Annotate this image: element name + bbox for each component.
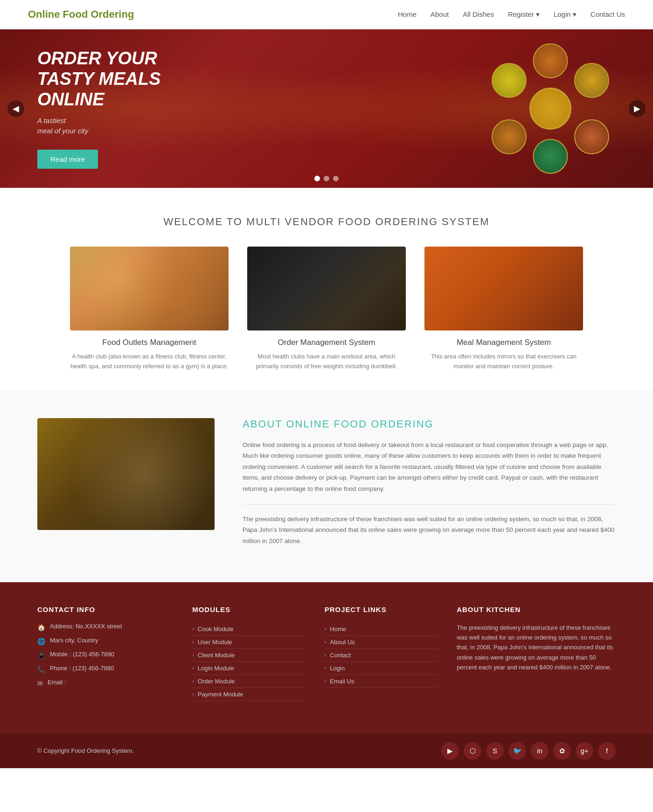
hero-dot-3[interactable] xyxy=(333,176,339,181)
hero-next-button[interactable]: ▶ xyxy=(629,100,646,117)
feature-desc-2: Most health clubs have a main workout ar… xyxy=(247,352,406,372)
module-client[interactable]: ›Client Module xyxy=(192,649,306,662)
social-facebook[interactable]: f xyxy=(598,742,616,760)
about-section: ABOUT ONLINE FOOD ORDERING Online food o… xyxy=(0,390,653,582)
about-text-block: ABOUT ONLINE FOOD ORDERING Online food o… xyxy=(243,418,616,554)
footer-grid: CONTACT INFO 🏠 Address: No.XXXXX street … xyxy=(37,606,616,701)
project-link-contact[interactable]: ›Contact xyxy=(325,649,438,662)
features-grid: Food Outlets Management A health club (a… xyxy=(70,247,583,372)
feature-image-2 xyxy=(247,247,406,330)
project-link-email[interactable]: ›Email Us xyxy=(325,675,438,688)
phone-icon: 📞 xyxy=(37,666,45,673)
hero-dots xyxy=(314,176,339,181)
nav-login[interactable]: Login ▾ xyxy=(554,10,577,18)
feature-card-3: Meal Management System This area often i… xyxy=(424,247,583,372)
food-dish-2 xyxy=(574,63,609,98)
food-dish-6 xyxy=(492,63,527,98)
project-link-login[interactable]: ›Login xyxy=(325,662,438,675)
contact-phone: 📞 Phone : (123) 456-7890 xyxy=(37,665,174,673)
brand-logo[interactable]: Online Food Ordering xyxy=(28,8,134,21)
footer-kitchen-text: The preexisting delivery infrastructure … xyxy=(457,623,616,673)
project-link-about[interactable]: ›About Us xyxy=(325,636,438,649)
hero-dot-2[interactable] xyxy=(324,176,329,181)
footer-bottom: © Copyright Food Ordering System. ▶ ⬡ S … xyxy=(0,734,653,768)
feature-title-3: Meal Management System xyxy=(424,338,583,347)
nav-links: Home About All Dishes Register ▾ Login ▾… xyxy=(398,10,625,19)
module-cook[interactable]: ›Cook Module xyxy=(192,623,306,636)
welcome-section: WELCOME TO MULTI VENDOR FOOD ORDERING SY… xyxy=(0,188,653,390)
about-divider xyxy=(243,504,616,504)
social-google-plus[interactable]: g+ xyxy=(576,742,593,760)
social-icons: ▶ ⬡ S 🐦 in ✿ g+ f xyxy=(441,742,616,760)
footer: CONTACT INFO 🏠 Address: No.XXXXX street … xyxy=(0,582,653,734)
footer-contact-col: CONTACT INFO 🏠 Address: No.XXXXX street … xyxy=(37,606,174,701)
nav-contact-us[interactable]: Contact Us xyxy=(590,10,625,18)
module-user[interactable]: ›User Module xyxy=(192,636,306,649)
about-heading: ABOUT ONLINE FOOD ORDERING xyxy=(243,418,616,430)
hero-section: ◀ ORDER YOUR TASTY MEALS ONLINE A tastie… xyxy=(0,29,653,188)
hero-dot-1[interactable] xyxy=(314,176,320,181)
social-skype[interactable]: S xyxy=(486,742,504,760)
nav-register[interactable]: Register ▾ xyxy=(508,10,540,18)
welcome-heading: WELCOME TO MULTI VENDOR FOOD ORDERING SY… xyxy=(37,216,616,228)
nav-all-dishes[interactable]: All Dishes xyxy=(463,10,494,18)
food-dish-1 xyxy=(533,43,568,78)
navbar: Online Food Ordering Home About All Dish… xyxy=(0,0,653,29)
home-icon: 🏠 xyxy=(37,624,45,631)
hero-heading: ORDER YOUR TASTY MEALS ONLINE xyxy=(37,48,161,110)
mobile-icon: 📱 xyxy=(37,652,45,659)
module-order[interactable]: ›Order Module xyxy=(192,675,306,688)
hero-food-circle xyxy=(485,43,616,174)
email-icon: ✉ xyxy=(37,680,43,687)
feature-desc-1: A health club (also known as a fitness c… xyxy=(70,352,229,372)
footer-project-links-list: ›Home ›About Us ›Contact ›Login ›Email U… xyxy=(325,623,438,688)
feature-title-2: Order Management System xyxy=(247,338,406,347)
module-payment[interactable]: ›Payment Module xyxy=(192,688,306,701)
footer-project-links-col: PROJECT LINKS ›Home ›About Us ›Contact ›… xyxy=(325,606,438,701)
read-more-button[interactable]: Read more xyxy=(37,150,98,169)
nav-about[interactable]: About xyxy=(431,10,449,18)
copyright-text: © Copyright Food Ordering System. xyxy=(37,747,134,754)
feature-card-2: Order Management System Most health club… xyxy=(247,247,406,372)
food-dish-5 xyxy=(492,119,527,154)
about-paragraph-2: The preexisting delivery infrastructure … xyxy=(243,514,616,547)
footer-modules-col: MODULES ›Cook Module ›User Module ›Clien… xyxy=(192,606,306,701)
feature-title-1: Food Outlets Management xyxy=(70,338,229,347)
feature-card-1: Food Outlets Management A health club (a… xyxy=(70,247,229,372)
nav-home[interactable]: Home xyxy=(398,10,417,18)
feature-image-1 xyxy=(70,247,229,330)
about-image xyxy=(37,418,215,530)
food-circle-center xyxy=(529,88,571,130)
contact-address: 🏠 Address: No.XXXXX street xyxy=(37,623,174,631)
hero-content: ORDER YOUR TASTY MEALS ONLINE A tastiest… xyxy=(0,48,198,168)
footer-about-kitchen-col: ABOUT KITCHEN The preexisting delivery i… xyxy=(457,606,616,701)
social-linkedin[interactable]: in xyxy=(531,742,549,760)
footer-modules-list: ›Cook Module ›User Module ›Client Module… xyxy=(192,623,306,701)
feature-image-3 xyxy=(424,247,583,330)
project-link-home[interactable]: ›Home xyxy=(325,623,438,636)
social-github[interactable]: ⬡ xyxy=(464,742,481,760)
hero-subtitle: A tastiest meal of your city xyxy=(37,116,161,137)
footer-project-heading: PROJECT LINKS xyxy=(325,606,438,613)
footer-kitchen-heading: ABOUT KITCHEN xyxy=(457,606,616,613)
food-dish-4 xyxy=(533,139,568,174)
location-icon: 🌐 xyxy=(37,638,45,645)
hero-prev-button[interactable]: ◀ xyxy=(7,100,24,117)
contact-mobile: 📱 Mobile : (123) 456-7890 xyxy=(37,651,174,659)
module-login[interactable]: ›Login Module xyxy=(192,662,306,675)
feature-desc-3: This area often includes mirrors so that… xyxy=(424,352,583,372)
social-dribbble[interactable]: ✿ xyxy=(553,742,571,760)
footer-contact-heading: CONTACT INFO xyxy=(37,606,174,613)
food-dish-3 xyxy=(574,119,609,154)
social-youtube[interactable]: ▶ xyxy=(441,742,459,760)
contact-email: ✉ Email : xyxy=(37,679,174,687)
social-twitter[interactable]: 🐦 xyxy=(508,742,526,760)
contact-city: 🌐 Mars city, Country xyxy=(37,637,174,645)
about-paragraph-1: Online food ordering is a process of foo… xyxy=(243,440,616,495)
footer-modules-heading: MODULES xyxy=(192,606,306,613)
